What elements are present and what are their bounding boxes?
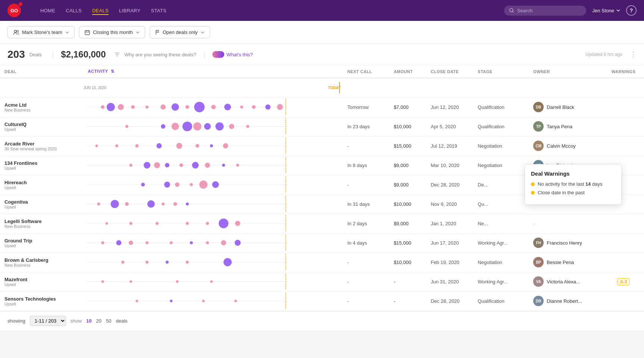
stage-cell: Working Agr... — [473, 233, 529, 252]
deal-name: Ground Trip — [4, 238, 79, 244]
tooltip-title: Deal Warnings — [531, 170, 615, 177]
deal-name: 134 Frontlines — [4, 160, 79, 166]
svg-point-69 — [212, 181, 219, 188]
close-date-cell: Apr 5, 2020 — [426, 117, 473, 136]
svg-point-82 — [129, 222, 132, 225]
activity-cell[interactable] — [84, 252, 343, 272]
owner-cell: CM Calvin Mccoy — [533, 141, 598, 151]
nav-stats[interactable]: STATS — [151, 6, 166, 15]
svg-point-108 — [101, 280, 104, 283]
table-row[interactable]: Legelli Software New Business In 2 days … — [0, 214, 644, 233]
col-header-closedate[interactable]: CLOSE DATE — [426, 65, 473, 78]
activity-cell[interactable] — [84, 194, 343, 214]
svg-point-18 — [131, 105, 135, 109]
activity-cell[interactable] — [84, 136, 343, 156]
activity-cell[interactable] — [84, 117, 343, 136]
tooltip-text-1: No activity for the last 14 days — [538, 181, 602, 187]
owner-column-cell: DB Darrell Black — [529, 97, 603, 117]
activity-cell[interactable] — [84, 156, 343, 175]
deal-cell: Legelli Software New Business — [0, 214, 84, 233]
deal-type: Upsell — [4, 282, 79, 287]
col-header-warnings[interactable]: WARNINGS — [603, 65, 644, 78]
deal-type: Upsell — [4, 205, 79, 209]
page-20-btn[interactable]: 20 — [96, 318, 101, 324]
svg-point-29 — [277, 104, 283, 110]
search-box[interactable] — [504, 6, 586, 16]
activity-cell[interactable] — [84, 214, 343, 233]
warnings-cell — [603, 291, 644, 311]
page-10-btn[interactable]: 10 — [86, 318, 91, 324]
svg-point-4 — [17, 30, 19, 32]
warnings-cell — [603, 233, 644, 252]
col-header-nextcall[interactable]: NEXT CALL — [343, 65, 389, 78]
activity-cell[interactable] — [84, 175, 343, 194]
table-row[interactable]: Brown & Carlsberg New Business - $10,000… — [0, 252, 644, 272]
table-row[interactable]: Mazefront Upsell - - Jun 31, 2020 Workin… — [0, 272, 644, 291]
svg-point-96 — [206, 241, 209, 244]
search-input[interactable] — [517, 8, 581, 13]
next-call-cell: In 8 days — [343, 156, 389, 175]
nav-library[interactable]: LIBRARY — [119, 6, 141, 15]
activity-cell[interactable] — [84, 272, 343, 291]
col-header-deal[interactable]: DEAL — [0, 65, 84, 78]
more-options-button[interactable]: ⋮ — [630, 50, 637, 59]
svg-point-92 — [128, 241, 133, 245]
svg-point-101 — [121, 261, 124, 264]
svg-point-83 — [156, 222, 159, 225]
col-header-amount[interactable]: AMOUNT — [389, 65, 426, 78]
svg-rect-5 — [85, 31, 90, 35]
whats-this-btn[interactable]: What's this? — [212, 51, 253, 58]
svg-point-23 — [194, 102, 204, 112]
logo[interactable]: GONG — [7, 4, 21, 17]
warning-badge: ⚠ 2 — [617, 278, 629, 285]
owner-cell: FH Francisco Henry — [533, 238, 598, 248]
close-date-cell: Jan 1, 2020 — [426, 214, 473, 233]
flag-icon — [155, 30, 160, 35]
svg-point-24 — [211, 105, 216, 109]
table-row[interactable]: CultureIQ Upsell In 23 days $10,000 Apr … — [0, 117, 644, 136]
svg-point-35 — [182, 122, 192, 131]
amount-cell: $15,000 — [389, 233, 426, 252]
page-50-btn[interactable]: 50 — [106, 318, 111, 324]
table-row[interactable]: Acme Ltd New Business Tomorrow $7,000 Ju… — [0, 97, 644, 117]
help-button[interactable]: ? — [626, 5, 637, 16]
nav-deals[interactable]: DEALS — [92, 6, 109, 15]
chevron-down-icon — [136, 31, 140, 34]
nav-home[interactable]: HOME — [40, 6, 55, 15]
team-filter[interactable]: Mark Stone's team — [7, 26, 75, 38]
nav-calls[interactable]: CALLS — [66, 6, 82, 15]
svg-point-57 — [179, 163, 183, 167]
col-header-stage[interactable]: STAGE — [473, 65, 529, 78]
nav-links: HOME CALLS DEALS LIBRARY STATS — [40, 6, 492, 15]
next-call-cell: - — [343, 136, 389, 156]
deals-label: deals — [116, 318, 127, 324]
date-filter[interactable]: Closing this month — [79, 26, 145, 38]
deal-count: 203 — [7, 48, 25, 60]
svg-point-39 — [229, 124, 234, 129]
next-call-cell: - — [343, 175, 389, 194]
svg-point-93 — [146, 241, 149, 244]
table-row[interactable]: Ground Trip Upsell In 4 days $15,000 Jun… — [0, 233, 644, 252]
page-range-select[interactable]: 1-11 / 203 — [30, 316, 66, 326]
owner-column-cell: DR Dianne Robert... — [529, 291, 603, 311]
activity-cell[interactable] — [84, 233, 343, 252]
warnings-cell — [603, 117, 644, 136]
table-row[interactable]: Arcade River 30 Seat renewal spring 2020… — [0, 136, 644, 156]
col-header-owner[interactable]: OWNER — [529, 65, 603, 78]
amount-cell: $9,000 — [389, 156, 426, 175]
table-row[interactable]: Sensors Technologies Upsell - - Dec 28, … — [0, 291, 644, 311]
activity-cell[interactable] — [84, 97, 343, 117]
tooltip-item-1: No activity for the last 14 days — [531, 181, 615, 187]
svg-point-16 — [106, 103, 115, 111]
tooltip-item-2: Close date in the past — [531, 190, 615, 195]
amount-cell: $7,000 — [389, 97, 426, 117]
warning-dot-2 — [531, 191, 535, 195]
why-text[interactable]: Why are you seeing these deals? — [124, 52, 196, 57]
calendar-icon — [85, 30, 90, 35]
logo-icon: GONG — [7, 4, 21, 17]
user-menu[interactable]: Jen Stone — [592, 8, 620, 13]
activity-cell[interactable] — [84, 291, 343, 311]
status-filter[interactable]: Open deals only — [150, 26, 210, 38]
svg-point-22 — [185, 105, 189, 109]
col-header-activity[interactable]: ACTIVITY ⇅ — [84, 65, 343, 78]
